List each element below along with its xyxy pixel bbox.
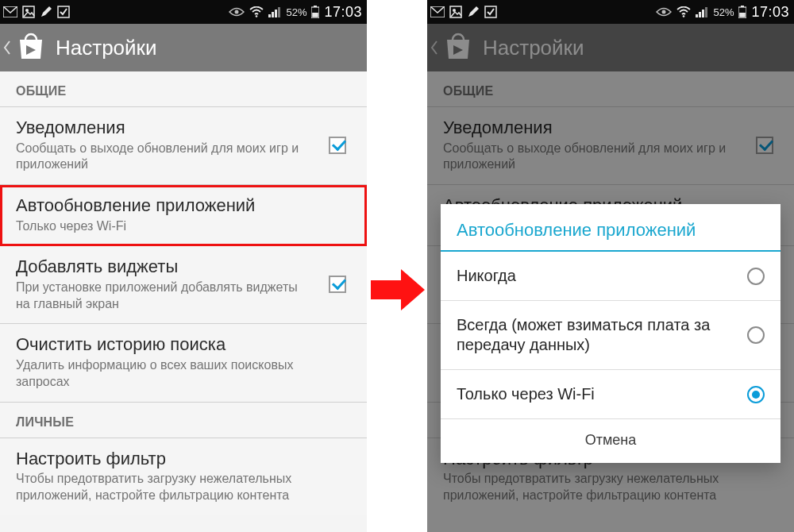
clock: 17:03 [751,4,789,21]
svg-point-4 [235,10,239,14]
settings-list: ОБЩИЕ Уведомления Сообщать о выходе обно… [0,71,367,515]
photo-icon [22,4,35,20]
checkbox-icon[interactable] [329,137,346,154]
phone-right: 52% 17:03 Настройки ОБЩИЕ Уведомления Со… [427,0,794,532]
status-bar: 52% 17:03 [0,0,367,24]
page-title: Настройки [56,36,157,60]
battery-icon [738,4,746,20]
section-general: ОБЩИЕ [0,71,367,107]
row-title: Настроить фильтр [16,448,351,470]
svg-rect-7 [272,12,274,17]
svg-rect-21 [702,10,704,17]
svg-point-5 [256,15,258,17]
battery-pct: 52% [713,4,734,20]
action-bar: Настройки [0,24,367,71]
row-clear-search[interactable]: Очистить историю поиска Удалить информац… [0,324,367,402]
actionbar-home[interactable]: Настройки [0,24,157,71]
back-caret-icon [2,40,13,56]
option-never[interactable]: Никогда [441,252,781,301]
pencil-icon [40,4,52,20]
row-notifications[interactable]: Уведомления Сообщать о выходе обновлений… [0,107,367,185]
row-title: Автообновление приложений [16,195,351,217]
play-store-bag-icon [17,32,44,64]
eye-icon [656,4,672,20]
photo-icon [449,4,462,20]
status-right-icons: 52% [229,4,319,20]
row-title: Добавлять виджеты [16,256,324,278]
arrow-icon [369,266,426,314]
svg-rect-12 [313,13,319,17]
clock: 17:03 [324,4,362,21]
check-icon [484,4,497,20]
row-title: Очистить историю поиска [16,333,351,356]
dialog-title: Автообновление приложений [441,204,781,252]
row-sub: Удалить информацию о всех ваших поисковы… [16,357,302,391]
option-label: Только через Wi-Fi [457,384,747,404]
row-sub: При установке приложений добавлять видже… [16,279,302,313]
eye-icon [229,4,245,20]
svg-rect-9 [278,7,280,17]
status-left-icons [3,4,70,20]
svg-rect-8 [275,10,277,17]
svg-rect-25 [740,13,746,17]
row-sub: Сообщать о выходе обновлений для моих иг… [16,141,302,174]
pencil-icon [467,4,480,20]
email-icon [430,4,445,20]
checkbox-icon[interactable] [329,276,346,293]
row-title: Уведомления [16,117,324,139]
wifi-icon [676,4,691,20]
radio-icon [747,268,765,285]
status-bar: 52% 17:03 [427,0,794,24]
option-label: Никогда [457,266,747,286]
row-sub: Чтобы предотвратить загрузку нежелательн… [16,471,302,504]
row-filter[interactable]: Настроить фильтр Чтобы предотвратить заг… [0,438,367,515]
row-add-widgets[interactable]: Добавлять виджеты При установке приложен… [0,246,367,324]
email-icon [3,4,17,20]
option-wifi[interactable]: Только через Wi-Fi [441,370,781,419]
svg-point-17 [662,10,666,14]
cancel-button[interactable]: Отмена [441,419,781,463]
option-label: Всегда (может взиматься плата за передач… [457,315,747,355]
svg-rect-19 [696,14,698,17]
svg-rect-6 [268,14,271,17]
check-icon [57,4,70,20]
radio-icon [747,386,765,403]
signal-icon [696,4,708,20]
row-auto-update[interactable]: Автообновление приложений Только через W… [0,185,367,246]
section-personal: ЛИЧНЫЕ [0,403,367,438]
wifi-icon [249,4,264,20]
svg-point-18 [683,15,685,17]
svg-rect-22 [705,7,707,17]
battery-icon [311,4,319,20]
battery-pct: 52% [286,4,306,20]
option-always[interactable]: Всегда (может взиматься плата за передач… [441,301,781,370]
auto-update-dialog: Автообновление приложений Никогда Всегда… [441,204,781,463]
row-sub: Только через Wi-Fi [16,218,302,235]
radio-icon [747,326,765,344]
svg-rect-20 [699,12,701,17]
phone-left: 52% 17:03 Настройки ОБЩИЕ Уведомления Со… [0,0,367,532]
signal-icon [268,4,281,20]
